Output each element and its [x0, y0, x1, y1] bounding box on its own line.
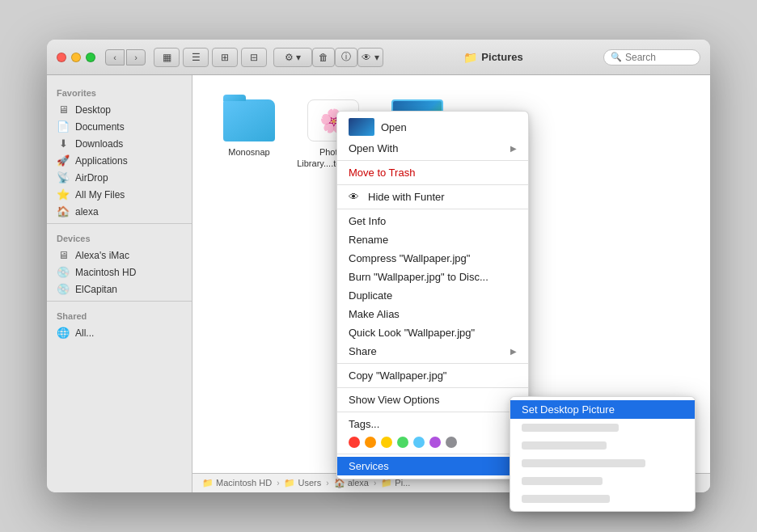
sidebar-item-applications[interactable]: 🚀 Applications [47, 152, 192, 169]
close-button[interactable] [57, 53, 66, 62]
documents-icon: 📄 [57, 120, 70, 133]
tag-yellow[interactable] [381, 437, 392, 448]
back-button[interactable]: ‹ [105, 49, 125, 65]
ctx-item-quick-look[interactable]: Quick Look "Wallpaper.jpg" [337, 323, 528, 342]
ctx-item-burn[interactable]: Burn "Wallpaper.jpg" to Disc... [337, 268, 528, 286]
file-label-monosnap: Monosnap [228, 146, 269, 158]
sidebar-item-all-shared[interactable]: 🌐 All... [47, 324, 192, 341]
ctx-item-move-to-trash[interactable]: Move to Trash [337, 163, 528, 182]
forward-button[interactable]: › [126, 49, 146, 65]
tag-red[interactable] [349, 437, 360, 448]
search-input[interactable] [625, 52, 698, 63]
sidebar-item-airdrop[interactable]: 📡 AirDrop [47, 169, 192, 186]
blurred-text-1 [522, 424, 619, 432]
file-item-monosnap[interactable]: Monosnap [217, 99, 281, 170]
tag-blue[interactable] [413, 437, 425, 448]
folder-icon-monosnap [223, 99, 275, 141]
downloads-icon: ⬇ [57, 137, 70, 150]
sidebar-item-label: All My Files [75, 189, 125, 201]
window-title: 📁 Pictures [383, 51, 603, 64]
applications-icon: 🚀 [57, 154, 70, 167]
list-view-button[interactable]: ☰ [183, 48, 209, 67]
sidebar-divider-1 [47, 223, 192, 224]
sidebar-item-label: AirDrop [75, 172, 108, 184]
devices-label: Devices [47, 227, 192, 247]
ctx-item-rename[interactable]: Rename [337, 230, 528, 249]
services-item-blurred-2 [510, 437, 695, 454]
folder-icon: 📁 [463, 51, 477, 64]
info-button[interactable]: ⓘ [335, 48, 357, 67]
breadcrumb-hd: 📁 Macintosh HD [202, 478, 272, 488]
ctx-open-label: Open [381, 121, 517, 133]
airdrop-icon: 📡 [57, 171, 70, 184]
ctx-item-make-alias[interactable]: Make Alias [337, 305, 528, 323]
ctx-item-compress[interactable]: Compress "Wallpaper.jpg" [337, 249, 528, 268]
ctx-quick-look-label: Quick Look "Wallpaper.jpg" [349, 327, 517, 339]
services-item-blurred-1 [510, 419, 695, 437]
ctx-item-hide-funter[interactable]: 👁 Hide with Funter [337, 188, 528, 206]
blurred-text-5 [522, 495, 610, 503]
window-title-text: Pictures [481, 51, 522, 63]
ctx-sep-7 [337, 454, 528, 454]
sep3: › [374, 479, 376, 488]
ctx-item-copy[interactable]: Copy "Wallpaper.jpg" [337, 366, 528, 385]
sidebar-item-label: ElCapitan [75, 284, 117, 295]
search-bar[interactable]: 🔍 [603, 49, 700, 65]
sidebar-item-label: Desktop [75, 104, 111, 116]
ctx-item-show-view-options[interactable]: Show View Options [337, 391, 528, 409]
ctx-item-tags[interactable]: Tags... [337, 415, 528, 433]
ctx-duplicate-label: Duplicate [349, 289, 517, 302]
ctx-item-open[interactable]: Open [337, 115, 528, 139]
imac-icon: 🖥 [57, 249, 70, 261]
sidebar-item-desktop[interactable]: 🖥 Desktop [47, 101, 192, 118]
services-item-set-desktop[interactable]: Set Desktop Picture [510, 400, 695, 419]
ctx-item-open-with[interactable]: Open With ▶ [337, 139, 528, 158]
ctx-item-services[interactable]: Services ▶ [337, 457, 528, 475]
sidebar-item-all-my-files[interactable]: ⭐ All My Files [47, 186, 192, 203]
shared-label: Shared [47, 305, 192, 324]
services-submenu: Set Desktop Picture [510, 396, 696, 512]
column-view-button[interactable]: ⊞ [212, 48, 238, 67]
ctx-item-get-info[interactable]: Get Info [337, 212, 528, 230]
titlebar: ‹ › ▦ ☰ ⊞ ⊟ ⚙ ▾ 🗑 ⓘ 👁 ▾ 📁 Pictures 🔍 [47, 40, 710, 75]
sidebar-item-label: Applications [75, 155, 128, 167]
ctx-hide-funter-label: Hide with Funter [368, 191, 517, 203]
ctx-sep-5 [337, 387, 528, 388]
tag-green[interactable] [397, 437, 408, 448]
tag-purple[interactable] [429, 437, 441, 448]
sep2: › [326, 479, 328, 488]
nav-buttons: ‹ › [105, 49, 146, 65]
sidebar-item-label: Alexa's iMac [75, 250, 129, 261]
minimize-button[interactable] [71, 53, 81, 62]
tag-orange[interactable] [365, 437, 376, 448]
sidebar-item-macintosh-hd[interactable]: 💿 Macintosh HD [47, 264, 192, 281]
ctx-item-share[interactable]: Share ▶ [337, 342, 528, 361]
ctx-tags-label: Tags... [349, 418, 517, 430]
eye-button[interactable]: 👁 ▾ [357, 48, 383, 67]
shared-icon: 🌐 [57, 327, 70, 339]
delete-button[interactable]: 🗑 [312, 48, 335, 67]
sidebar-item-alexa[interactable]: 🏠 alexa [47, 203, 192, 220]
ctx-copy-label: Copy "Wallpaper.jpg" [349, 369, 517, 382]
ctx-show-view-options-label: Show View Options [349, 394, 517, 406]
sep1: › [277, 479, 279, 488]
sidebar: Favorites 🖥 Desktop 📄 Documents ⬇ Downlo… [47, 75, 192, 492]
sidebar-item-documents[interactable]: 📄 Documents [47, 118, 192, 135]
coverflow-view-button[interactable]: ⊟ [241, 48, 267, 67]
ctx-sep-1 [337, 160, 528, 161]
sidebar-item-elcapitan[interactable]: 💿 ElCapitan [47, 281, 192, 298]
tag-gray[interactable] [446, 437, 457, 448]
icon-view-button[interactable]: ▦ [154, 48, 180, 67]
traffic-lights [57, 53, 95, 62]
toolbar-view-controls: ▦ ☰ ⊞ ⊟ [154, 48, 267, 67]
maximize-button[interactable] [86, 53, 95, 62]
context-menu: Open Open With ▶ Move to Trash 👁 Hide wi… [336, 111, 529, 479]
services-item-blurred-3 [510, 454, 695, 472]
ctx-item-duplicate[interactable]: Duplicate [337, 286, 528, 305]
sidebar-item-downloads[interactable]: ⬇ Downloads [47, 135, 192, 152]
sidebar-item-imac[interactable]: 🖥 Alexa's iMac [47, 247, 192, 264]
action-button[interactable]: ⚙ ▾ [273, 48, 312, 67]
desktop-icon: 🖥 [57, 103, 70, 116]
sidebar-item-label: All... [75, 327, 94, 339]
set-desktop-label: Set Desktop Picture [522, 403, 615, 416]
